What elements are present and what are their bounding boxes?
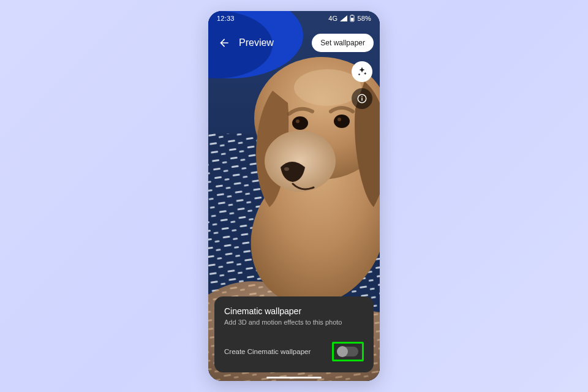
effects-button[interactable] [352, 61, 372, 82]
back-button[interactable] [214, 33, 234, 53]
status-battery-pct: 58% [357, 15, 371, 22]
signal-icon [340, 15, 347, 21]
card-title: Cinematic wallpaper [224, 306, 364, 316]
battery-icon [350, 15, 355, 22]
page-title: Preview [239, 37, 312, 48]
cinematic-card: Cinematic wallpaper Add 3D and motion ef… [214, 296, 374, 372]
svg-point-12 [296, 119, 300, 123]
svg-point-9 [284, 167, 289, 171]
status-network: 4G [328, 15, 337, 22]
toggle-row: Create Cinematic wallpaper [224, 342, 364, 361]
set-wallpaper-button[interactable]: Set wallpaper [312, 34, 374, 52]
toggle-label: Create Cinematic wallpaper [224, 348, 311, 355]
info-icon [356, 93, 368, 104]
app-bar: Preview Set wallpaper [208, 28, 380, 58]
highlight-box [332, 342, 364, 361]
svg-rect-17 [352, 15, 353, 15]
svg-point-18 [358, 74, 360, 75]
phone-frame: 12:33 4G 58% Preview Set wallpaper Ci [208, 11, 380, 381]
gesture-bar [266, 377, 322, 379]
status-right: 4G 58% [328, 15, 371, 22]
info-button[interactable] [352, 88, 372, 109]
card-subtitle: Add 3D and motion effects to this photo [224, 318, 364, 326]
svg-point-8 [265, 130, 336, 192]
arrow-back-icon [218, 37, 230, 49]
svg-rect-21 [361, 96, 363, 97]
svg-point-10 [292, 116, 308, 130]
svg-rect-20 [361, 98, 363, 101]
svg-point-11 [334, 115, 350, 128]
svg-point-13 [337, 118, 341, 121]
status-time: 12:33 [217, 15, 235, 22]
sparkle-icon [356, 66, 368, 77]
svg-rect-16 [351, 18, 353, 21]
status-bar: 12:33 4G 58% [208, 11, 380, 26]
cinematic-toggle[interactable] [337, 347, 358, 356]
